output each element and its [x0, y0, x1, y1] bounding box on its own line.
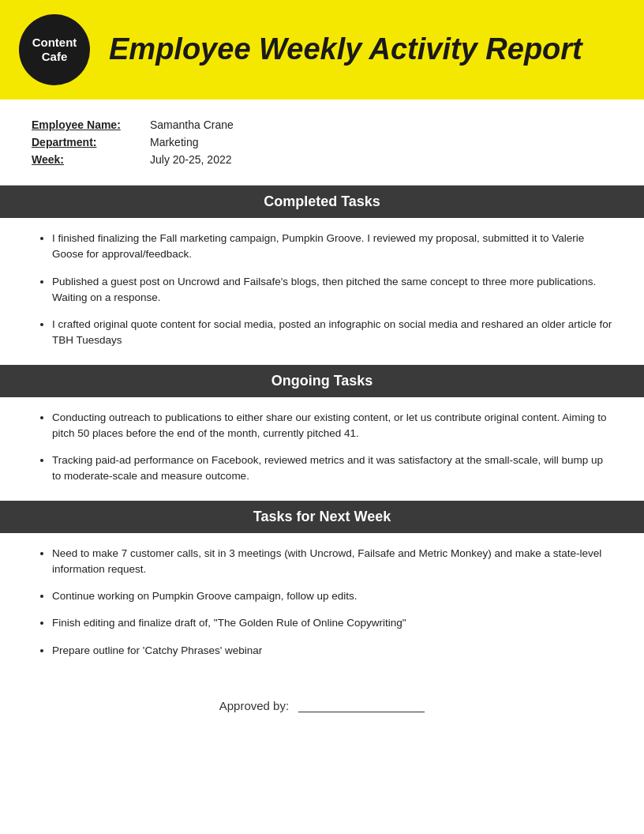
approved-label: Approved by:: [219, 699, 289, 712]
list-item: Prepare outline for 'Catchy Phrases' web…: [52, 643, 612, 659]
employee-info: Employee Name: Samantha Crane Department…: [0, 100, 644, 186]
list-item: Tracking paid-ad performance on Facebook…: [52, 453, 612, 485]
list-item: Continue working on Pumpkin Groove campa…: [52, 588, 612, 604]
task-list-next-week: Need to make 7 customer calls, sit in 3 …: [0, 533, 644, 674]
list-item: I finished finalizing the Fall marketing…: [52, 231, 612, 263]
list-item: Published a guest post on Uncrowd and Fa…: [52, 274, 612, 306]
sections-container: Completed TasksI finished finalizing the…: [0, 186, 644, 674]
section-header-next-week: Tasks for Next Week: [0, 501, 644, 533]
logo-text: ContentCafe: [32, 36, 77, 64]
week-value: July 20-25, 2022: [150, 153, 232, 166]
list-item: Finish editing and finalize draft of, "T…: [52, 615, 612, 631]
department-row: Department: Marketing: [32, 136, 612, 148]
name-label: Employee Name:: [32, 118, 150, 131]
page-header: ContentCafe Employee Weekly Activity Rep…: [0, 0, 644, 100]
name-value: Samantha Crane: [150, 118, 234, 131]
department-label: Department:: [32, 136, 150, 148]
approved-line: [298, 698, 425, 712]
task-list-completed: I finished finalizing the Fall marketing…: [0, 218, 644, 365]
list-item: Need to make 7 customer calls, sit in 3 …: [52, 546, 612, 578]
list-item: Conducting outreach to publications to e…: [52, 410, 612, 442]
logo: ContentCafe: [19, 14, 90, 85]
task-list-ongoing: Conducting outreach to publications to e…: [0, 397, 644, 501]
department-value: Marketing: [150, 136, 198, 148]
report-title: Employee Weekly Activity Report: [109, 33, 582, 66]
week-row: Week: July 20-25, 2022: [32, 153, 612, 166]
section-header-ongoing: Ongoing Tasks: [0, 365, 644, 397]
week-label: Week:: [32, 153, 150, 166]
section-header-completed: Completed Tasks: [0, 186, 644, 218]
approved-section: Approved by:: [0, 674, 644, 728]
name-row: Employee Name: Samantha Crane: [32, 118, 612, 131]
list-item: I crafted original quote content for soc…: [52, 317, 612, 349]
